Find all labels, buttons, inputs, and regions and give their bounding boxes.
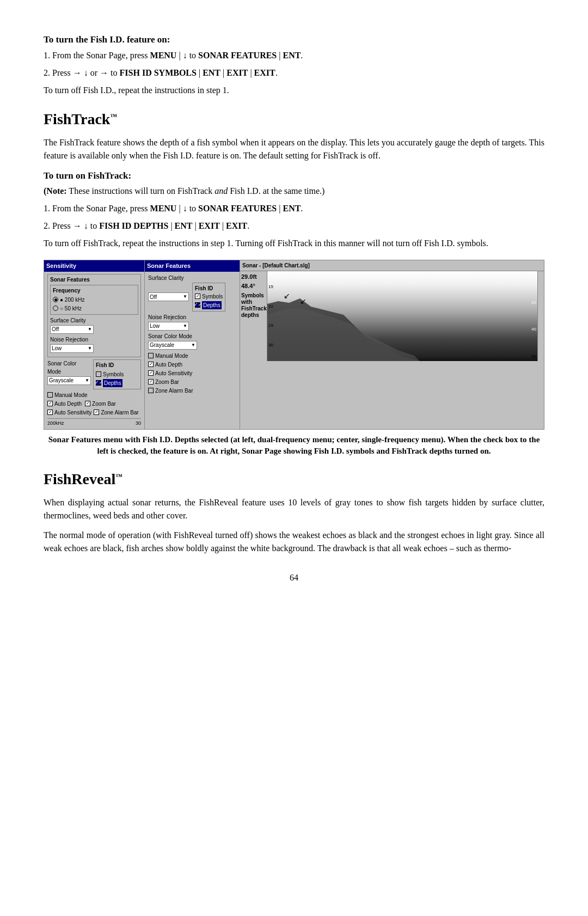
panel1: Sensitivity Sonar Features Frequency ● 2… [44,260,145,429]
chk-auto-sens-box1[interactable] [47,410,53,415]
panel3-annotation: Symbols with FishTrack depths [241,292,266,319]
ft-step1-bold1: MENU [150,204,177,213]
note-text: These instructions will turn on FishTrac… [69,186,215,196]
panel2-chk-manual: Manual Mode [148,352,236,360]
panel1-color-dropdown[interactable]: Grayscale ▼ [47,376,91,385]
chk-manual-box1[interactable] [47,392,53,398]
ft-step1-sep1: | ↓ to [176,204,196,213]
chk-symbols-label2: Symbols [202,292,223,301]
step1-sep2: | [279,51,280,60]
chk-zone-label1: Zone Alarm Bar [101,408,138,417]
step2-bold2: ENT [203,68,220,77]
panel1-chk-symbols: Symbols [96,370,138,378]
chk-depths-label: Depths [103,379,122,387]
panel2-title: Sonar Features [145,260,240,272]
chk-manual-label2: Manual Mode [155,352,188,360]
panel1-surface-dropdown[interactable]: Off ▼ [50,325,94,334]
panel3-image: ↙ ↙ 0 20 40 60 15 [267,271,544,361]
chk-symbols-label: Symbols [103,370,124,378]
panel1-chk-manual: Manual Mode [47,391,141,399]
step2-end: . [275,68,278,77]
panel3-depth-top: 29.0ft [241,272,266,282]
panel2-chk-depths: ✓ Depths [195,301,223,309]
chk-manual-label1: Manual Mode [54,391,88,399]
panel2-surface-arrow: ▼ [183,294,187,300]
panel2-chk-zone: Zone Alarm Bar [148,387,236,395]
panel2-noise-dropdown[interactable]: Low ▼ [148,322,189,331]
panel1-noise-label: Noise Rejection [50,335,138,344]
panel2-surface-dropdown[interactable]: Off ▼ [148,292,189,301]
fishtrack-title: FishTrack™ [44,108,544,131]
ldepth-29: 29 [268,322,273,329]
chk-zone-box2[interactable] [148,388,154,393]
chk-depths-box[interactable]: ✓ [96,380,101,386]
panel3-depth-info: 29.0ft 48.4° Symbols with FishTrack dept… [240,271,267,361]
fishtrack-note: (Note: These instructions will turn on F… [44,185,544,198]
radio-200-btn[interactable] [53,297,58,302]
panel1-sonar-features-group: Sonar Features Frequency ● 200 kHz ○ 50 … [47,274,141,357]
panel2-noise-label: Noise Rejection [148,313,236,321]
panel1-title: Sensitivity [44,260,144,272]
panel1-chk-zoom: Zoom Bar [85,400,116,408]
panel2-color-dropdown[interactable]: Grayscale ▼ [148,341,197,350]
sonar-depth-scale: 0 20 40 60 [531,271,536,361]
panel1-surface-arrow: ▼ [88,326,92,333]
ldepth-22: 22 [268,303,273,310]
chk-auto-depth-box1[interactable] [47,401,53,406]
chk-auto-depth-box2[interactable] [148,362,154,367]
step2-sep3: | [250,68,252,77]
chk-zoom-label2: Zoom Bar [155,378,179,386]
chk-zoom-box2[interactable] [148,379,154,384]
step1-line: 1. From the Sonar Page, press MENU | ↓ t… [44,49,544,62]
chk-zone-label2: Zone Alarm Bar [155,387,193,395]
panel2-color-label: Sonar Color Mode [148,332,236,340]
chk-zone-box1[interactable] [94,410,99,415]
chk-depths-box2[interactable]: ✓ [195,302,200,308]
step1-end: . [301,51,303,60]
ft-step2-text: 2. Press → ↓ to [44,221,97,230]
step1-sep1: | ↓ to [176,51,196,60]
ft-step2-sep2: | [194,221,196,230]
ldepth-15: 15 [268,284,273,290]
chk-zoom-box1[interactable] [85,401,90,406]
fishtrack-step2: 2. Press → ↓ to FISH ID DEPTHS | ENT | E… [44,219,544,233]
step2-bold1: FISH ID SYMBOLS [120,68,197,77]
ft-step1-bold3: ENT [283,204,301,213]
step1-bold1: MENU [150,51,177,60]
step1-text: 1. From the Sonar Page, press [44,51,148,60]
panel1-radio-200: ● 200 kHz [53,296,136,304]
panel1-noise-dropdown[interactable]: Low ▼ [50,344,94,353]
depth-0: 0 [531,272,536,279]
depth-20: 20 [531,300,536,306]
panel2-chk-zoom: Zoom Bar [148,378,236,386]
panel2-surface-label: Surface Clarity [148,274,236,282]
chk-auto-depth-label1: Auto Depth [54,400,82,408]
step1-bold3: ENT [283,51,301,60]
chk-symbols-box2[interactable] [195,294,200,299]
fishreveal-title: FishReveal™ [44,468,544,491]
chk-symbols-box[interactable] [96,371,101,377]
panel1-chk-auto-sens: Auto Sensitivity Zone Alarm Bar [47,408,141,417]
panel2-chk-symbols: Symbols [195,292,223,301]
sonar-scrollbar [537,271,544,361]
step2-sep2: | [223,68,224,77]
chk-auto-sens-label2: Auto Sensitivity [155,369,192,377]
chk-manual-box2[interactable] [148,353,154,358]
step2-sep1: | [199,68,200,77]
panel3-main: 29.0ft 48.4° Symbols with FishTrack dept… [240,271,544,361]
fishtrack-turnoff: To turn off FishTrack, repeat the instru… [44,237,544,250]
ft-step1-bold2: SONAR FEATURES [198,204,277,213]
panel3-title: Sonar - [Default Chart.slg] [240,260,544,271]
ft-step2-bold1: FISH ID DEPTHS [99,221,168,230]
depth-40: 40 [531,326,536,333]
chk-auto-sens-box2[interactable] [148,370,154,376]
panel1-freq-title: Frequency [53,286,136,295]
step2-bold3: EXIT [226,68,248,77]
screenshot-caption: Sonar Features menu with Fish I.D. Depth… [44,434,544,457]
chk-depths-label2: Depths [202,301,222,309]
radio-50-btn[interactable] [53,306,58,311]
ft-step1-sep2: | [279,204,280,213]
panel2-fishid-group: Fish ID Symbols ✓ Depths [192,283,225,312]
panel1-fishid-title: Fish ID [96,361,138,369]
screenshot-container: Sensitivity Sonar Features Frequency ● 2… [44,260,544,430]
